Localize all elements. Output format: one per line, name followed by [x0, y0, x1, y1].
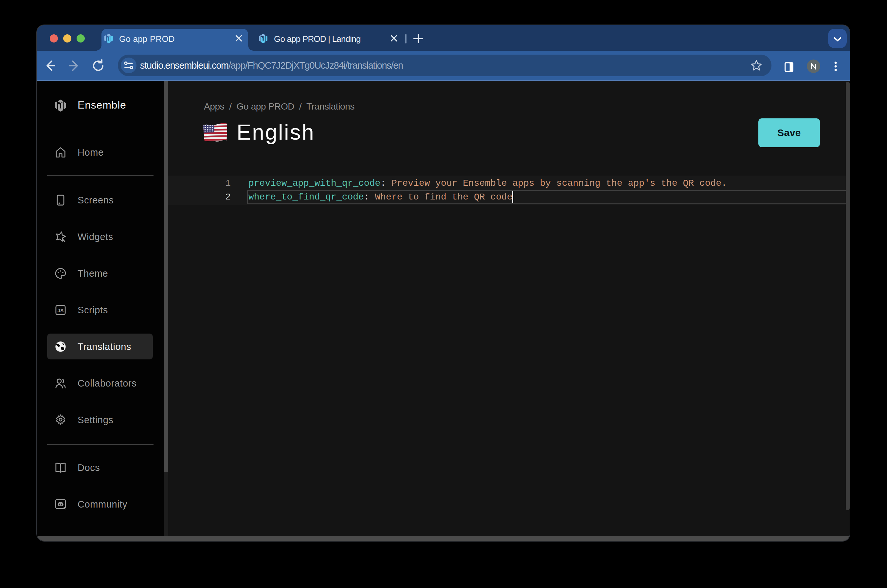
svg-text:JS: JS: [58, 308, 63, 313]
